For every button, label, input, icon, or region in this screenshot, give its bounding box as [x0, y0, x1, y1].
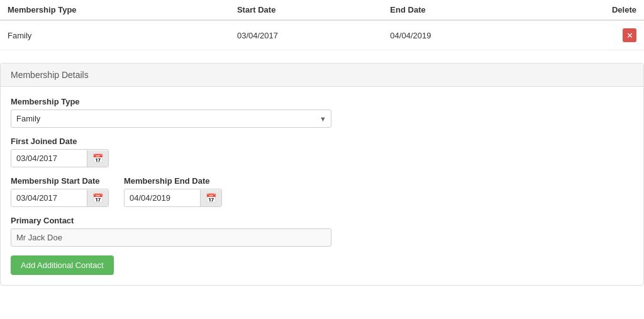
start-date-wrapper: 📅 — [11, 189, 109, 207]
end-date-input[interactable] — [125, 189, 200, 206]
first-joined-calendar-button[interactable]: 📅 — [87, 150, 108, 167]
delete-x-icon: ✕ — [626, 31, 633, 40]
cell-start-date: 03/04/2017 — [230, 20, 382, 50]
first-joined-date-wrapper: 📅 — [11, 149, 109, 167]
cell-end-date: 04/04/2019 — [382, 20, 535, 50]
membership-type-select-wrapper: Family ▼ — [11, 109, 331, 128]
col-header-end-date: End Date — [382, 0, 535, 20]
start-date-input[interactable] — [11, 189, 87, 206]
primary-contact-label: Primary Contact — [11, 216, 633, 225]
table-row: Family 03/04/2017 04/04/2019 ✕ — [0, 20, 644, 50]
first-joined-label: First Joined Date — [11, 137, 633, 146]
col-header-membership-type: Membership Type — [0, 0, 230, 20]
membership-type-select[interactable]: Family — [11, 109, 331, 128]
cell-membership-type: Family — [0, 20, 230, 50]
membership-type-group: Membership Type Family ▼ — [11, 97, 633, 128]
end-date-wrapper: 📅 — [124, 189, 222, 207]
panel-header: Membership Details — [1, 64, 643, 87]
start-date-calendar-button[interactable]: 📅 — [87, 190, 108, 206]
date-row: Membership Start Date 📅 Membership End D… — [11, 176, 633, 216]
first-joined-date-input[interactable] — [11, 150, 87, 167]
cell-delete: ✕ — [536, 20, 644, 50]
calendar-icon-start: 📅 — [92, 193, 103, 203]
membership-details-panel: Membership Details Membership Type Famil… — [0, 63, 644, 286]
primary-contact-input[interactable] — [11, 228, 331, 247]
page-wrapper: Membership Type Start Date End Date Dele… — [0, 0, 644, 319]
end-date-calendar-button[interactable]: 📅 — [200, 190, 221, 206]
col-header-start-date: Start Date — [230, 0, 382, 20]
calendar-icon: 📅 — [92, 154, 103, 164]
add-additional-contact-button[interactable]: Add Additional Contact — [11, 255, 114, 275]
membership-type-label: Membership Type — [11, 97, 633, 106]
membership-table: Membership Type Start Date End Date Dele… — [0, 0, 644, 50]
panel-body: Membership Type Family ▼ First Joined Da… — [1, 87, 643, 285]
col-header-delete: Delete — [536, 0, 644, 20]
start-date-label: Membership Start Date — [11, 176, 109, 186]
panel-title: Membership Details — [11, 70, 89, 80]
primary-contact-group: Primary Contact — [11, 216, 633, 247]
calendar-icon-end: 📅 — [206, 193, 216, 203]
start-date-group: Membership Start Date 📅 — [11, 176, 109, 207]
delete-button[interactable]: ✕ — [623, 28, 636, 42]
end-date-label: Membership End Date — [124, 176, 222, 186]
end-date-group: Membership End Date 📅 — [124, 176, 222, 207]
first-joined-group: First Joined Date 📅 — [11, 137, 633, 167]
